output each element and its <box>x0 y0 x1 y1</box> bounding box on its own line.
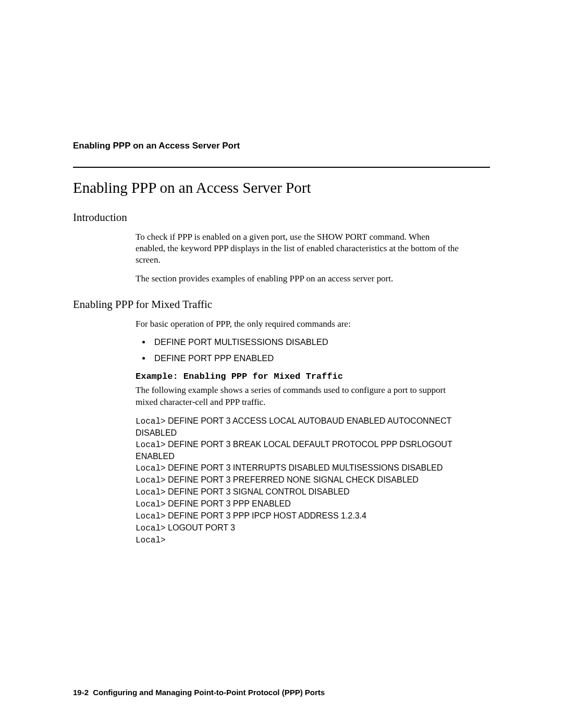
list-item: DEFINE PORT PPP ENABLED <box>151 353 490 363</box>
terminal-prompt: Local> <box>136 536 166 545</box>
chapter-title: Configuring and Managing Point-to-Point … <box>93 688 325 697</box>
example-paragraph: The following example shows a series of … <box>136 385 459 408</box>
terminal-line: Local> DEFINE PORT 3 PPP IPCP HOST ADDRE… <box>136 510 469 522</box>
page-footer: 19-2 Configuring and Managing Point-to-P… <box>73 688 325 697</box>
terminal-command: DEFINE PORT 3 SIGNAL CONTROL DISABLED <box>166 487 350 496</box>
mixed-body: For basic operation of PPP, the only req… <box>136 318 459 330</box>
terminal-prompt: Local> <box>136 500 166 509</box>
terminal-command: DEFINE PORT 3 INTERRUPTS DISABLED MULTIS… <box>166 463 443 472</box>
terminal-line: Local> DEFINE PORT 3 BREAK LOCAL DEFAULT… <box>136 439 469 462</box>
page-number: 19-2 <box>73 688 89 697</box>
terminal-prompt: Local> <box>136 512 166 521</box>
terminal-prompt: Local> <box>136 488 166 497</box>
terminal-line: Local> DEFINE PORT 3 ACCESS LOCAL AUTOBA… <box>136 415 469 439</box>
intro-paragraph-1: To check if PPP is enabled on a given po… <box>136 231 459 266</box>
running-head: Enabling PPP on an Access Server Port <box>73 141 490 151</box>
terminal-command: DEFINE PORT 3 PPP ENABLED <box>166 499 291 508</box>
terminal-prompt: Local> <box>136 464 166 473</box>
terminal-line: Local> <box>136 534 469 546</box>
horizontal-rule <box>73 167 490 168</box>
terminal-prompt: Local> <box>136 524 166 533</box>
required-commands-list: DEFINE PORT MULTISESSIONS DISABLED DEFIN… <box>151 337 490 363</box>
terminal-prompt: Local> <box>136 440 166 450</box>
terminal-line: Local> DEFINE PORT 3 INTERRUPTS DISABLED… <box>136 462 469 474</box>
terminal-command: DEFINE PORT 3 PREFERRED NONE SIGNAL CHEC… <box>166 475 419 484</box>
terminal-line: Local> LOGOUT PORT 3 <box>136 522 469 534</box>
page-title: Enabling PPP on an Access Server Port <box>73 179 490 196</box>
list-item: DEFINE PORT MULTISESSIONS DISABLED <box>151 337 490 347</box>
section-mixed-traffic: Enabling PPP for Mixed Traffic For basic… <box>73 298 490 546</box>
terminal-line: Local> DEFINE PORT 3 PPP ENABLED <box>136 498 469 510</box>
intro-paragraph-2: The section provides examples of enablin… <box>136 273 459 285</box>
terminal-prompt: Local> <box>136 417 166 426</box>
heading-mixed-traffic: Enabling PPP for Mixed Traffic <box>73 298 490 311</box>
section-introduction: Introduction To check if PPP is enabled … <box>73 211 490 285</box>
intro-body: To check if PPP is enabled on a given po… <box>136 231 459 285</box>
mixed-paragraph-1: For basic operation of PPP, the only req… <box>136 318 459 330</box>
page: Enabling PPP on an Access Server Port En… <box>0 0 563 728</box>
terminal-line: Local> DEFINE PORT 3 PREFERRED NONE SIGN… <box>136 474 469 486</box>
terminal-prompt: Local> <box>136 476 166 485</box>
heading-introduction: Introduction <box>73 211 490 224</box>
terminal-command: DEFINE PORT 3 PPP IPCP HOST ADDRESS 1.2.… <box>166 511 366 520</box>
terminal-block: Local> DEFINE PORT 3 ACCESS LOCAL AUTOBA… <box>136 415 469 547</box>
terminal-command: LOGOUT PORT 3 <box>166 523 235 532</box>
terminal-line: Local> DEFINE PORT 3 SIGNAL CONTROL DISA… <box>136 486 469 498</box>
example-heading: Example: Enabling PPP for Mixed Traffic <box>136 372 490 381</box>
terminal-command: DEFINE PORT 3 ACCESS LOCAL AUTOBAUD ENAB… <box>136 416 451 437</box>
terminal-command: DEFINE PORT 3 BREAK LOCAL DEFAULT PROTOC… <box>136 440 452 461</box>
example-description: The following example shows a series of … <box>136 385 459 408</box>
